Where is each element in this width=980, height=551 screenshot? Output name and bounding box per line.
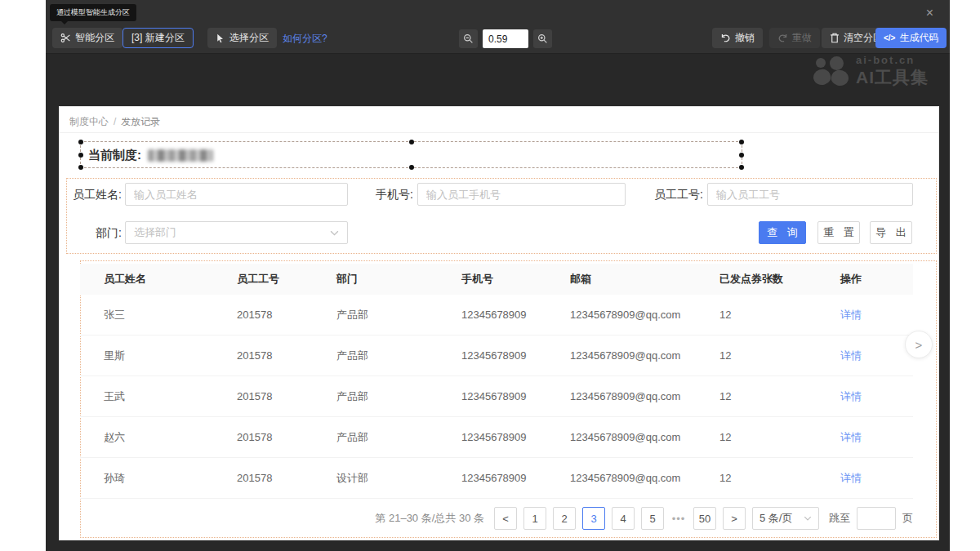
selection-handle[interactable] [78, 165, 83, 170]
detail-link[interactable]: 详情 [840, 309, 862, 321]
table-row: 王武 201578 产品部 12345678909 12345678909@qq… [80, 376, 913, 417]
selection-handle[interactable] [409, 165, 414, 170]
breadcrumb: 制度中心/发放记录 [69, 115, 160, 129]
detail-link[interactable]: 详情 [840, 472, 862, 484]
pagination-page-1[interactable]: 1 [523, 507, 546, 530]
selection-handle[interactable] [739, 140, 744, 144]
smart-partition-label: 智能分区 [75, 31, 114, 45]
selection-handle[interactable] [78, 153, 83, 158]
breadcrumb-current: 发放记录 [121, 116, 160, 127]
screenshot-stage: 通过模型智能生成分区 智能分区 [3] 新建分区 选择分区 如何分区? [0, 0, 980, 551]
selection-handle[interactable] [78, 140, 83, 144]
cell-phone: 12345678909 [438, 431, 546, 443]
col-header-email: 邮箱 [546, 272, 696, 287]
detail-link[interactable]: 详情 [840, 431, 862, 443]
chevron-right-icon: > [915, 338, 923, 352]
detail-link[interactable]: 详情 [840, 349, 862, 362]
pagination-summary: 第 21–30 条/总共 30 条 [375, 511, 484, 526]
jump-to-page-input[interactable] [857, 507, 896, 530]
detail-link[interactable]: 详情 [840, 390, 862, 402]
pagination-ellipsis[interactable]: ••• [670, 513, 687, 525]
zoom-level-input[interactable] [483, 29, 528, 48]
selection-handle[interactable] [409, 140, 414, 144]
phone-label: 手机号: [368, 183, 413, 206]
col-header-id: 员工工号 [213, 272, 313, 287]
cell-phone: 12345678909 [438, 472, 546, 484]
cell-count: 12 [696, 472, 817, 484]
employee-name-label: 员工姓名: [66, 183, 122, 206]
phone-input[interactable] [417, 183, 626, 206]
cell-id: 201578 [213, 472, 313, 484]
page-size-select[interactable]: 5 条/页 [752, 507, 819, 530]
employee-id-input[interactable] [707, 183, 913, 206]
export-button[interactable]: 导 出 [870, 221, 912, 244]
current-policy-value-redacted [148, 149, 213, 162]
watermark-title: AI工具集 [856, 66, 929, 89]
employee-name-input[interactable] [125, 183, 348, 206]
selection-handle[interactable] [739, 165, 744, 170]
breadcrumb-root[interactable]: 制度中心 [69, 116, 109, 127]
undo-button[interactable]: 撤销 [712, 28, 763, 48]
redo-label: 重做 [792, 31, 812, 45]
zoom-out-button[interactable] [459, 29, 478, 48]
table-row: 赵六 201578 产品部 12345678909 12345678909@qq… [80, 417, 913, 458]
jump-page-suffix: 页 [902, 511, 913, 526]
zoom-controls [459, 29, 552, 48]
smart-partition-button[interactable]: 智能分区 [52, 28, 122, 48]
cell-count: 12 [696, 349, 817, 362]
panel-next-button[interactable]: > [905, 331, 933, 358]
trash-icon [830, 33, 840, 43]
pagination-prev-button[interactable]: < [494, 507, 517, 530]
chevron-down-icon [330, 230, 339, 236]
col-header-action: 操作 [817, 272, 913, 287]
cell-id: 201578 [213, 349, 313, 362]
col-header-count: 已发点券张数 [696, 272, 817, 287]
pagination-page-3-active[interactable]: 3 [582, 507, 605, 530]
code-icon: </> [884, 34, 895, 42]
cell-name: 赵六 [80, 430, 213, 445]
partition-selection-box[interactable]: 当前制度: [80, 141, 742, 168]
watermark-logo: ai-bot.cn AI工具集 [813, 54, 929, 89]
breadcrumb-separator: / [114, 116, 116, 127]
scissors-icon [60, 33, 71, 43]
pagination-next-button[interactable]: > [723, 507, 746, 530]
generate-code-button[interactable]: </> 生成代码 [875, 28, 947, 48]
cell-email: 12345678909@qq.com [546, 309, 696, 321]
table-header-row: 员工姓名 员工工号 部门 手机号 邮箱 已发点券张数 操作 [80, 264, 913, 295]
cell-dept: 产品部 [313, 430, 438, 445]
jump-to-label: 跳至 [829, 511, 850, 526]
generate-code-label: 生成代码 [899, 31, 938, 45]
pagination-page-5[interactable]: 5 [641, 507, 664, 530]
top-toolbar: 通过模型智能生成分区 智能分区 [3] 新建分区 选择分区 如何分区? [46, 0, 950, 54]
cell-email: 12345678909@qq.com [546, 349, 696, 362]
redo-icon [777, 33, 788, 43]
paw-icon [813, 56, 849, 87]
select-partition-label: 选择分区 [229, 31, 269, 45]
page-size-value: 5 条/页 [760, 511, 792, 526]
department-select-placeholder: 选择部门 [134, 225, 176, 240]
undo-label: 撤销 [735, 31, 755, 45]
query-button[interactable]: 查 询 [759, 221, 806, 244]
employee-id-label: 员工工号: [644, 183, 703, 206]
zoom-in-button[interactable] [533, 29, 552, 48]
cell-dept: 设计部 [313, 471, 438, 486]
pagination-page-50[interactable]: 50 [693, 507, 716, 530]
chevron-down-icon [804, 516, 812, 521]
watermark-domain: ai-bot.cn [856, 54, 929, 66]
col-header-name: 员工姓名 [80, 272, 213, 287]
pagination-page-4[interactable]: 4 [612, 507, 635, 530]
department-select[interactable]: 选择部门 [125, 221, 348, 244]
reset-button[interactable]: 重 置 [817, 221, 860, 244]
selection-handle[interactable] [739, 153, 744, 158]
pagination: 第 21–30 条/总共 30 条 < 1 2 3 4 5 ••• 50 > 5… [80, 500, 913, 536]
cell-dept: 产品部 [313, 308, 438, 322]
close-icon[interactable]: × [926, 7, 933, 20]
redo-button[interactable]: 重做 [769, 28, 820, 48]
cell-phone: 12345678909 [438, 349, 546, 362]
col-header-dept: 部门 [313, 272, 438, 287]
new-partition-button[interactable]: [3] 新建分区 [122, 28, 194, 48]
cell-count: 12 [696, 390, 817, 402]
how-to-partition-link[interactable]: 如何分区? [283, 32, 327, 46]
select-partition-button[interactable]: 选择分区 [207, 28, 277, 48]
pagination-page-2[interactable]: 2 [553, 507, 576, 530]
